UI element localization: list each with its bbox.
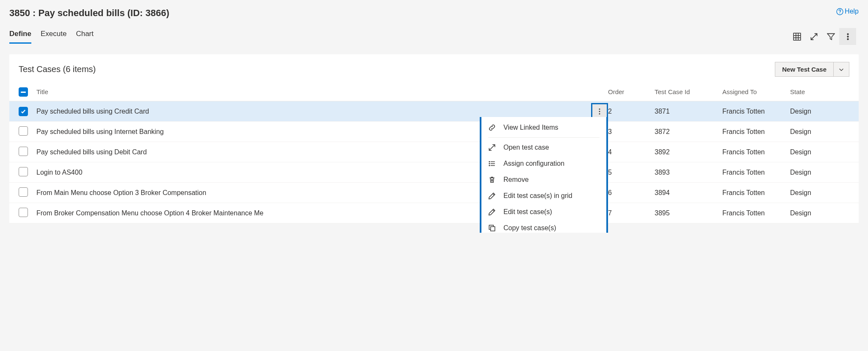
cell-test-case-id: 3895 [655, 209, 722, 217]
test-cases-grid: Title Order Test Case Id Assigned To Sta… [9, 83, 859, 223]
svg-point-11 [599, 111, 600, 112]
trash-icon [488, 176, 496, 184]
fullscreen-button[interactable] [805, 28, 822, 45]
more-vertical-icon [596, 108, 603, 115]
new-test-case-dropdown[interactable] [834, 62, 849, 76]
cell-test-case-id: 3892 [655, 148, 722, 156]
select-all-checkbox[interactable] [19, 87, 28, 97]
context-menu: View Linked ItemsOpen test caseAssign co… [480, 117, 608, 233]
cell-title: Pay scheduled bills using Credit Card [36, 108, 608, 115]
menu-item-edit-test-case-s-in-grid[interactable]: Edit test case(s) in grid [481, 188, 606, 204]
menu-item-label: Copy test case(s) [503, 224, 556, 232]
pencil-icon [488, 192, 496, 200]
svg-point-9 [847, 38, 848, 39]
tabs: Define Execute Chart [9, 30, 94, 44]
open-icon [488, 144, 496, 151]
column-header-assigned-to[interactable]: Assigned To [722, 88, 790, 95]
table-row[interactable]: Login to AS400 5 3893 Francis Totten Des… [9, 162, 859, 183]
svg-point-8 [847, 36, 848, 37]
svg-rect-19 [491, 227, 495, 231]
menu-item-label: Assign configuration [503, 160, 564, 167]
cell-state: Design [790, 189, 849, 197]
menu-item-label: Remove [503, 176, 529, 184]
row-checkbox[interactable] [19, 167, 28, 176]
table-row[interactable]: Pay scheduled bills using Internet Banki… [9, 122, 859, 142]
expand-icon [810, 33, 818, 41]
cell-order: 5 [608, 169, 655, 176]
svg-point-10 [599, 109, 600, 110]
cell-state: Design [790, 148, 849, 156]
new-test-case-split-button: New Test Case [775, 62, 849, 77]
cell-test-case-id: 3893 [655, 169, 722, 176]
cell-state: Design [790, 108, 849, 115]
cell-order: 2 [608, 108, 655, 115]
more-vertical-icon [844, 33, 852, 41]
row-checkbox[interactable] [19, 107, 28, 116]
link-icon [488, 124, 496, 131]
cell-assigned-to: Francis Totten [722, 209, 790, 217]
row-checkbox[interactable] [19, 208, 28, 217]
cell-order: 4 [608, 148, 655, 156]
menu-item-label: Edit test case(s) [503, 208, 552, 216]
svg-point-7 [847, 33, 848, 35]
menu-item-label: Open test case [503, 144, 549, 151]
list-icon [488, 160, 496, 167]
grid-icon [793, 33, 801, 41]
table-row[interactable]: Pay scheduled bills using Credit Card 2 … [9, 101, 859, 122]
cell-order: 3 [608, 128, 655, 136]
menu-item-remove[interactable]: Remove [481, 172, 606, 188]
cell-order: 6 [608, 189, 655, 197]
cell-test-case-id: 3871 [655, 108, 722, 115]
menu-item-edit-test-case-s[interactable]: Edit test case(s) [481, 204, 606, 220]
new-test-case-button[interactable]: New Test Case [775, 62, 834, 76]
grid-view-button[interactable] [788, 28, 805, 45]
row-checkbox[interactable] [19, 147, 28, 156]
tab-define[interactable]: Define [9, 30, 31, 44]
card-title: Test Cases (6 items) [19, 64, 96, 74]
menu-item-open-test-case[interactable]: Open test case [481, 139, 606, 156]
svg-point-18 [489, 165, 490, 166]
svg-point-1 [840, 13, 840, 14]
menu-item-copy-test-case-s[interactable]: Copy test case(s) [481, 220, 606, 233]
tab-execute[interactable]: Execute [41, 30, 66, 44]
tab-chart[interactable]: Chart [76, 30, 94, 44]
cell-assigned-to: Francis Totten [722, 189, 790, 197]
menu-item-label: Edit test case(s) in grid [503, 192, 572, 200]
menu-separator [488, 137, 600, 138]
pencil-icon [488, 208, 496, 216]
copy-icon [488, 224, 496, 232]
toolbar [788, 28, 859, 45]
cell-test-case-id: 3872 [655, 128, 722, 136]
help-link[interactable]: Help [836, 8, 859, 15]
column-header-title[interactable]: Title [36, 88, 608, 95]
svg-point-17 [489, 163, 490, 164]
menu-item-view-linked-items[interactable]: View Linked Items [481, 120, 606, 136]
cell-state: Design [790, 128, 849, 136]
column-header-state[interactable]: State [790, 88, 849, 95]
help-label: Help [845, 8, 859, 15]
help-icon [836, 8, 843, 15]
menu-item-assign-configuration[interactable]: Assign configuration [481, 156, 606, 172]
page-title: 3850 : Pay scheduled bills (ID: 3866) [9, 8, 169, 19]
cell-state: Design [790, 209, 849, 217]
filter-icon [827, 33, 835, 41]
grid-header-row: Title Order Test Case Id Assigned To Sta… [9, 83, 859, 101]
column-header-test-case-id[interactable]: Test Case Id [655, 88, 722, 95]
column-header-order[interactable]: Order [608, 88, 655, 95]
table-row[interactable]: From Broker Compensation Menu choose Opt… [9, 203, 859, 223]
row-checkbox[interactable] [19, 126, 28, 136]
row-checkbox[interactable] [19, 187, 28, 197]
table-row[interactable]: Pay scheduled bills using Debit Card 4 3… [9, 142, 859, 162]
menu-item-label: View Linked Items [503, 124, 558, 131]
chevron-down-icon [838, 67, 844, 72]
cell-assigned-to: Francis Totten [722, 148, 790, 156]
cell-test-case-id: 3894 [655, 189, 722, 197]
cell-assigned-to: Francis Totten [722, 128, 790, 136]
cell-order: 7 [608, 209, 655, 217]
more-actions-button[interactable] [839, 28, 856, 45]
svg-point-16 [489, 162, 490, 162]
cell-state: Design [790, 169, 849, 176]
table-row[interactable]: From Main Menu choose Option 3 Broker Co… [9, 183, 859, 203]
cell-assigned-to: Francis Totten [722, 169, 790, 176]
filter-button[interactable] [822, 28, 839, 45]
